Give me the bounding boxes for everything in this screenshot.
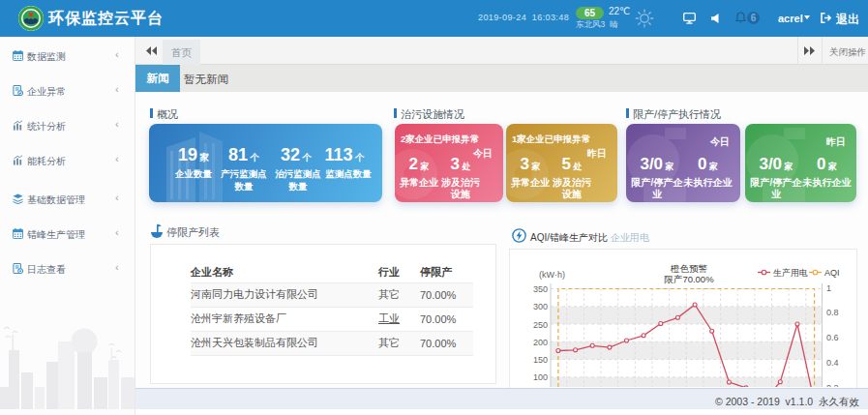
svg-text:250: 250 <box>533 320 548 330</box>
svg-text:200: 200 <box>533 338 548 347</box>
svg-text:0.4: 0.4 <box>826 358 839 368</box>
svg-text:350: 350 <box>533 284 548 294</box>
svg-text:0.8: 0.8 <box>826 308 839 317</box>
svg-text:AQI: AQI <box>824 268 840 278</box>
svg-text:0.6: 0.6 <box>826 333 839 342</box>
svg-text:150: 150 <box>533 355 548 365</box>
svg-text:1: 1 <box>826 283 831 293</box>
svg-text:300: 300 <box>533 302 548 311</box>
svg-text:限产70.00%: 限产70.00% <box>664 274 714 284</box>
svg-text:(kW·h): (kW·h) <box>539 270 565 280</box>
svg-text:0.2: 0.2 <box>826 383 839 387</box>
svg-text:橙色预警: 橙色预警 <box>670 263 708 274</box>
svg-text:100: 100 <box>533 372 548 382</box>
svg-text:生产用电: 生产用电 <box>773 268 808 278</box>
